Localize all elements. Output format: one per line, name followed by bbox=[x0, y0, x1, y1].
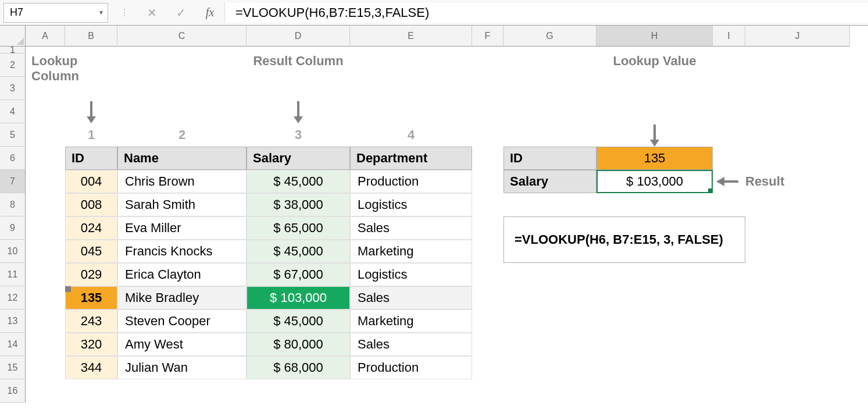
cell-dept[interactable]: Production bbox=[350, 356, 472, 379]
row-header-2[interactable]: 2 bbox=[0, 54, 26, 77]
row-header-13[interactable]: 13 bbox=[0, 310, 26, 333]
cell-salary[interactable]: $ 68,000 bbox=[247, 356, 350, 379]
col-header-F[interactable]: F bbox=[472, 26, 503, 47]
cell-id[interactable]: 008 bbox=[65, 193, 117, 216]
spreadsheet-grid[interactable]: A B C D E F G H I J 1 2 3 4 5 6 7 8 9 10… bbox=[0, 26, 868, 403]
cell-name[interactable]: Julian Wan bbox=[117, 356, 247, 379]
cell-dept[interactable]: Logistics bbox=[350, 263, 472, 286]
enter-formula-icon[interactable]: ✓ bbox=[166, 6, 195, 20]
row-header-5[interactable]: 5 bbox=[0, 123, 26, 147]
cell-salary[interactable]: $ 45,000 bbox=[247, 240, 350, 263]
cell-id[interactable]: 029 bbox=[65, 263, 117, 286]
col-header-D[interactable]: D bbox=[247, 26, 350, 47]
cell-id[interactable]: 045 bbox=[65, 240, 117, 263]
arrow-down-icon bbox=[596, 77, 713, 147]
table-header-name[interactable]: Name bbox=[117, 147, 247, 170]
formula-display-box: =VLOOKUP(H6, B7:E15, 3, FALSE) bbox=[503, 216, 745, 263]
fx-button[interactable]: fx bbox=[195, 6, 224, 19]
lookup-result-cell[interactable]: $ 103,000 bbox=[596, 170, 713, 193]
cell-id[interactable]: 243 bbox=[65, 310, 117, 333]
cell-name[interactable]: Amy West bbox=[117, 333, 247, 356]
select-all-corner[interactable] bbox=[0, 26, 26, 47]
col-header-B[interactable]: B bbox=[65, 26, 117, 47]
arrow-left-icon bbox=[716, 176, 740, 187]
col-index-4: 4 bbox=[350, 123, 472, 147]
row-header-16[interactable]: 16 bbox=[0, 379, 26, 403]
cell-id[interactable]: 024 bbox=[65, 216, 117, 240]
col-header-C[interactable]: C bbox=[117, 26, 247, 47]
cell-dept[interactable]: Marketing bbox=[350, 310, 472, 333]
cell-name[interactable]: Francis Knocks bbox=[117, 240, 247, 263]
row-header-1[interactable]: 1 bbox=[0, 47, 26, 54]
col-index-1: 1 bbox=[65, 123, 117, 147]
row-header-14[interactable]: 14 bbox=[0, 333, 26, 356]
cell-salary[interactable]: $ 45,000 bbox=[247, 170, 350, 193]
row-header-9[interactable]: 9 bbox=[0, 216, 26, 240]
col-header-A[interactable]: A bbox=[26, 26, 65, 47]
cell-salary[interactable]: $ 80,000 bbox=[247, 333, 350, 356]
formula-bar: H7 ▼ ⋮ ✕ ✓ fx =VLOOKUP(H6,B7:E15,3,FALSE… bbox=[0, 0, 868, 26]
lookup-salary-label[interactable]: Salary bbox=[503, 170, 596, 193]
row-header-7[interactable]: 7 bbox=[0, 170, 26, 193]
row-header-15[interactable]: 15 bbox=[0, 356, 26, 379]
cell-id[interactable]: 004 bbox=[65, 170, 117, 193]
formula-bar-separator: ⋮ bbox=[112, 7, 137, 18]
col-index-2: 2 bbox=[117, 123, 247, 147]
name-box-dropdown-icon[interactable]: ▼ bbox=[98, 9, 104, 16]
col-header-J[interactable]: J bbox=[745, 26, 850, 47]
row-header-11[interactable]: 11 bbox=[0, 263, 26, 286]
col-header-I[interactable]: I bbox=[713, 26, 745, 47]
col-header-H[interactable]: H bbox=[596, 26, 713, 47]
cancel-formula-icon[interactable]: ✕ bbox=[137, 6, 166, 20]
table-header-id[interactable]: ID bbox=[65, 147, 117, 170]
svg-marker-5 bbox=[650, 140, 659, 147]
cell-dept[interactable]: Production bbox=[350, 170, 472, 193]
cell-name[interactable]: Chris Brown bbox=[117, 170, 247, 193]
row-header-12[interactable]: 12 bbox=[0, 286, 26, 310]
arrow-down-icon bbox=[247, 77, 350, 123]
cell-dept[interactable]: Sales bbox=[350, 333, 472, 356]
result-arrow-group: Result bbox=[713, 170, 850, 193]
lookup-value-label: Lookup Value bbox=[596, 54, 713, 77]
cell-salary[interactable]: $ 38,000 bbox=[247, 193, 350, 216]
col-header-G[interactable]: G bbox=[503, 26, 596, 47]
row-header-4[interactable]: 4 bbox=[0, 100, 26, 123]
cell-dept[interactable]: Sales bbox=[350, 216, 472, 240]
cell-name[interactable]: Steven Cooper bbox=[117, 310, 247, 333]
cell-name-highlighted[interactable]: Mike Bradley bbox=[117, 286, 247, 310]
arrow-down-icon bbox=[65, 77, 117, 123]
col-index-3: 3 bbox=[247, 123, 350, 147]
row-header-10[interactable]: 10 bbox=[0, 240, 26, 263]
formula-text: =VLOOKUP(H6,B7:E15,3,FALSE) bbox=[235, 5, 429, 20]
result-column-label: Result Column bbox=[247, 54, 350, 77]
col-header-E[interactable]: E bbox=[350, 26, 472, 47]
svg-marker-1 bbox=[87, 116, 96, 123]
row-header-6[interactable]: 6 bbox=[0, 147, 26, 170]
lookup-column-label: Lookup Column bbox=[26, 54, 117, 77]
lookup-id-label[interactable]: ID bbox=[503, 147, 596, 170]
cell-salary[interactable]: $ 67,000 bbox=[247, 263, 350, 286]
cell-id-highlighted[interactable]: 135 bbox=[65, 286, 117, 310]
cell-id[interactable]: 320 bbox=[65, 333, 117, 356]
cell-salary[interactable]: $ 45,000 bbox=[247, 310, 350, 333]
name-box[interactable]: H7 ▼ bbox=[3, 3, 108, 23]
cell-dept[interactable]: Logistics bbox=[350, 193, 472, 216]
svg-marker-7 bbox=[716, 177, 724, 186]
formula-input[interactable]: =VLOOKUP(H6,B7:E15,3,FALSE) bbox=[224, 3, 868, 23]
table-header-dept[interactable]: Department bbox=[350, 147, 472, 170]
cell-dept-highlighted[interactable]: Sales bbox=[350, 286, 472, 310]
result-label: Result bbox=[745, 174, 784, 189]
cell-name[interactable]: Erica Clayton bbox=[117, 263, 247, 286]
cell-salary[interactable]: $ 65,000 bbox=[247, 216, 350, 240]
cell-id[interactable]: 344 bbox=[65, 356, 117, 379]
name-box-value: H7 bbox=[10, 6, 23, 19]
lookup-id-value[interactable]: 135 bbox=[596, 147, 713, 170]
table-header-salary[interactable]: Salary bbox=[247, 147, 350, 170]
row-header-8[interactable]: 8 bbox=[0, 193, 26, 216]
cell-salary-highlighted[interactable]: $ 103,000 bbox=[247, 286, 350, 310]
row-header-3[interactable]: 3 bbox=[0, 77, 26, 100]
cell-name[interactable]: Sarah Smith bbox=[117, 193, 247, 216]
svg-marker-3 bbox=[294, 116, 303, 123]
cell-name[interactable]: Eva Miller bbox=[117, 216, 247, 240]
cell-dept[interactable]: Marketing bbox=[350, 240, 472, 263]
